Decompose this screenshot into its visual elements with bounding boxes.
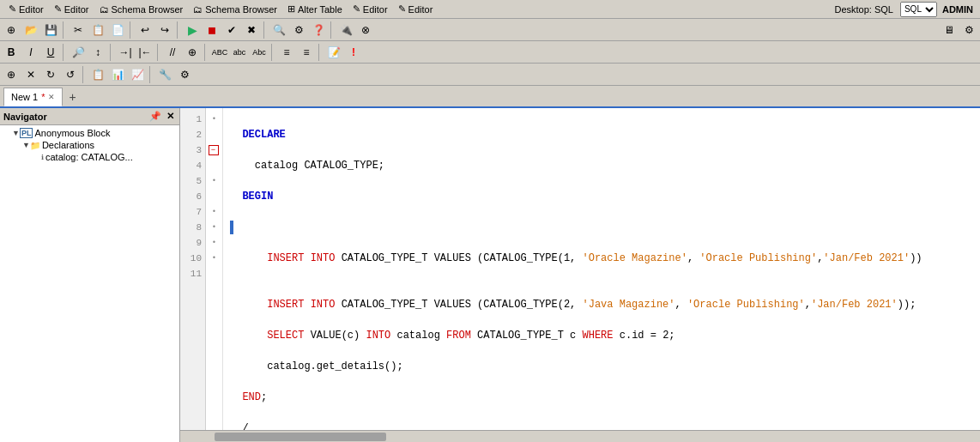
- schema-icon-2: 🗂: [193, 4, 203, 15]
- collapse-btn-3[interactable]: −: [209, 145, 219, 155]
- expand-arrow-decl[interactable]: ▼: [22, 141, 30, 149]
- menu-editor-2[interactable]: ✎ Editor: [49, 2, 94, 16]
- desktop-label: Desktop: SQL: [834, 4, 892, 15]
- editor-icon-2: ✎: [54, 3, 62, 15]
- tb-extra2[interactable]: ✕: [21, 65, 40, 84]
- tb-indent[interactable]: →|: [116, 43, 135, 62]
- tab-add-button[interactable]: +: [64, 89, 80, 105]
- tb-replace[interactable]: ↕: [88, 43, 107, 62]
- nav-item-declarations[interactable]: ▼ 📁 Declarations: [2, 139, 178, 151]
- tb-comment[interactable]: //: [163, 43, 182, 62]
- gutter-3[interactable]: −: [208, 142, 221, 158]
- tb-new[interactable]: ⊕: [2, 21, 21, 39]
- menu-editor-4[interactable]: ✎ Editor: [393, 2, 439, 16]
- code-line-4: [230, 220, 973, 235]
- tb-find[interactable]: 🔎: [69, 43, 88, 62]
- tab-close-new1[interactable]: ✕: [48, 93, 55, 101]
- alter-table-icon: ⊞: [287, 3, 295, 15]
- nav-pin-icon[interactable]: 📌: [148, 110, 163, 123]
- tb-desktop[interactable]: 🖥: [940, 21, 959, 39]
- tb-spell[interactable]: 📝: [324, 43, 343, 62]
- tb-extra4[interactable]: ↺: [61, 65, 80, 84]
- gutter-7: •: [208, 204, 221, 220]
- tab-modified-icon: *: [41, 92, 45, 102]
- tb-extra3[interactable]: ↻: [41, 65, 60, 84]
- tb-sql-red[interactable]: !: [344, 43, 363, 62]
- code-editor[interactable]: 1 2 3 4 5 6 7 8 9 10 11 • − •: [180, 108, 980, 430]
- menu-schema-browser-1[interactable]: 🗂 Schema Browser: [94, 3, 189, 16]
- menu-bar: ✎ Editor ✎ Editor 🗂 Schema Browser 🗂 Sch…: [0, 0, 980, 19]
- nav-item-anon-block[interactable]: ▼ PL Anonymous Block: [2, 127, 178, 139]
- tb-settings[interactable]: ⚙: [959, 21, 978, 39]
- sep8: [157, 44, 160, 61]
- code-line-8: SELECT VALUE(c) INTO catalog FROM CATALO…: [230, 328, 973, 343]
- tb-b[interactable]: B: [2, 43, 21, 62]
- tb-abc2[interactable]: abc: [230, 43, 249, 62]
- tb-paste[interactable]: 📄: [108, 21, 127, 39]
- code-line-11: /: [230, 421, 973, 430]
- gutter-10: •: [208, 251, 221, 266]
- tb-commit[interactable]: ✔: [222, 21, 241, 39]
- tb-extra1[interactable]: ⊕: [2, 65, 21, 84]
- menu-editor-3[interactable]: ✎ Editor: [348, 2, 393, 16]
- navigator-title: Navigator: [3, 112, 47, 122]
- tb-extra7[interactable]: 📈: [128, 65, 147, 84]
- code-line-5: INSERT INTO CATALOG_TYPE_T VALUES (CATAL…: [230, 251, 973, 266]
- gutter-1: •: [208, 112, 221, 127]
- gutter-6: [208, 189, 221, 204]
- tb-abc3[interactable]: Abc: [250, 43, 269, 62]
- menu-editor-1[interactable]: ✎ Editor: [3, 2, 49, 16]
- tb-copy[interactable]: 📋: [88, 21, 107, 39]
- tb-extra6[interactable]: 📊: [108, 65, 127, 84]
- code-line-2: catalog CATALOG_TYPE;: [230, 158, 973, 173]
- toolbar-3: ⊕ ✕ ↻ ↺ 📋 📊 📈 🔧 ⚙: [0, 64, 980, 86]
- tb-save[interactable]: 💾: [41, 21, 60, 39]
- sep13: [149, 66, 153, 83]
- tb-help[interactable]: ❓: [309, 21, 328, 39]
- code-content[interactable]: DECLARE catalog CATALOG_TYPE; BEGIN INSE…: [223, 108, 980, 430]
- menu-schema-browser-2[interactable]: 🗂 Schema Browser: [188, 3, 282, 16]
- tb-run[interactable]: ▶: [183, 21, 202, 39]
- bullet-icon-catalog: ℹ: [41, 154, 44, 161]
- menu-alter-table[interactable]: ⊞ Alter Table: [282, 2, 348, 16]
- tb-align-l[interactable]: ≡: [277, 43, 296, 62]
- tb-format[interactable]: ⚙: [289, 21, 308, 39]
- tb-align-r[interactable]: ≡: [297, 43, 316, 62]
- tb-extra8[interactable]: 🔧: [155, 65, 174, 84]
- gutter-4: [208, 158, 221, 173]
- tb-extra5[interactable]: 📋: [88, 65, 107, 84]
- tb-undo[interactable]: ↩: [136, 21, 154, 39]
- tb-rollback[interactable]: ✖: [242, 21, 261, 39]
- tb-outdent[interactable]: |←: [136, 43, 154, 62]
- tb-i[interactable]: I: [21, 43, 40, 62]
- nav-declarations-label: Declarations: [42, 140, 94, 150]
- tb-explain[interactable]: 🔍: [269, 21, 288, 39]
- code-line-3: BEGIN: [230, 189, 973, 204]
- folder-icon-decl: 📁: [30, 141, 40, 150]
- gutter-11: [208, 266, 221, 282]
- nav-close-icon[interactable]: ✕: [165, 110, 176, 123]
- tb-connect[interactable]: 🔌: [336, 21, 355, 39]
- editor-area: 1 2 3 4 5 6 7 8 9 10 11 • − •: [180, 108, 980, 442]
- nav-item-catalog[interactable]: ℹ catalog: CATALOG...: [2, 151, 178, 163]
- tb-stop[interactable]: ◼: [203, 21, 221, 39]
- tb-extra9[interactable]: ⚙: [175, 65, 194, 84]
- editor-hscroll[interactable]: [180, 430, 980, 442]
- tb-redo[interactable]: ↪: [155, 21, 174, 39]
- sep2: [130, 21, 133, 39]
- sep3: [177, 21, 180, 39]
- code-line-7: INSERT INTO CATALOG_TYPE_T VALUES (CATAL…: [230, 297, 973, 312]
- tab-label-new1: New 1: [11, 92, 38, 102]
- tb-open[interactable]: 📂: [21, 21, 40, 39]
- tb-toggle[interactable]: ⊕: [183, 43, 202, 62]
- tb-disconnect[interactable]: ⊗: [356, 21, 375, 39]
- expand-arrow-anon[interactable]: ▼: [12, 129, 20, 137]
- tb-abc[interactable]: ABC: [210, 43, 229, 62]
- tb-u[interactable]: U: [41, 43, 60, 62]
- desktop-select[interactable]: SQL: [900, 2, 937, 17]
- editor-icon-1: ✎: [9, 3, 16, 15]
- nav-content: ▼ PL Anonymous Block ▼ 📁 Declarations ℹ …: [0, 125, 179, 442]
- sep1: [63, 21, 66, 39]
- tab-new1[interactable]: New 1 * ✕: [3, 88, 63, 106]
- tb-cut[interactable]: ✂: [69, 21, 88, 39]
